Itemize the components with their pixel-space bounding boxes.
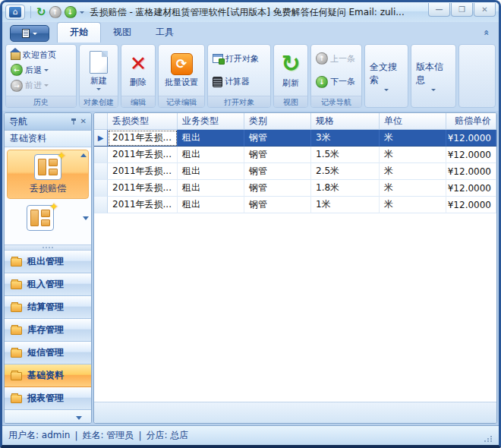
cell-unit[interactable]: 米 xyxy=(380,197,446,213)
sidebar-folder-结算管理[interactable]: 结算管理 xyxy=(5,296,91,319)
folder-label: 租出管理 xyxy=(27,255,64,268)
sidebar-big-item-secondary[interactable]: ✦ xyxy=(7,205,89,231)
close-icon[interactable]: ✕ xyxy=(80,118,87,125)
column-header[interactable]: 规格 xyxy=(311,113,380,130)
fulltext-search-button[interactable]: 全文搜索 xyxy=(365,45,408,107)
cell-loss-type[interactable]: 2011年丢损... xyxy=(108,180,178,197)
next-record-label: 下一条 xyxy=(330,76,355,87)
cell-spec[interactable]: 2.5米 xyxy=(311,163,380,180)
batch-settings-button[interactable]: ⟳ 批量设置 xyxy=(162,46,201,94)
quick-up-button[interactable]: ↑ xyxy=(49,6,61,18)
minimize-button[interactable]: — xyxy=(428,3,450,17)
tab-tools[interactable]: 工具 xyxy=(143,23,186,43)
cell-unit-price[interactable]: ¥12.0000 xyxy=(446,197,496,213)
maximize-button[interactable]: ❐ xyxy=(451,3,473,17)
sidebar-folder-租入管理[interactable]: 租入管理 xyxy=(5,273,91,296)
sidebar-folder-基础资料[interactable]: 基础资料 xyxy=(5,364,91,387)
open-object-button[interactable]: 打开对象 xyxy=(212,52,266,66)
cell-unit-price[interactable]: ¥12.0000 xyxy=(446,180,496,197)
sidebar-folder-库存管理[interactable]: 库存管理 xyxy=(5,319,91,342)
table-row[interactable]: 2011年丢损... 租出 钢管 1米 米 ¥12.0000 xyxy=(94,197,496,213)
batch-settings-label: 批量设置 xyxy=(165,77,198,88)
calculator-button[interactable]: 计算器 xyxy=(212,74,266,89)
table-row[interactable]: ▶ 2011年丢损... 租出 钢管 3米 米 ¥12.0000 xyxy=(94,130,496,147)
cell-loss-type[interactable]: 2011年丢损... xyxy=(108,147,178,163)
group-label-edit: 编辑 xyxy=(121,96,155,107)
calculator-icon xyxy=(213,77,222,87)
back-button[interactable]: ← 后退 xyxy=(10,63,72,77)
sidebar-splitter[interactable] xyxy=(5,245,91,251)
cell-loss-type[interactable]: 2011年丢损... xyxy=(108,130,178,147)
cell-loss-type[interactable]: 2011年丢损... xyxy=(108,163,178,180)
welcome-home-button[interactable]: 欢迎首页 xyxy=(10,48,72,62)
app-menu-button[interactable] xyxy=(10,25,49,42)
column-header[interactable]: 赔偿单价 xyxy=(446,113,496,130)
cell-category[interactable]: 钢管 xyxy=(244,130,311,147)
collapse-ribbon-icon[interactable]: « xyxy=(481,30,492,36)
scroll-down-icon[interactable] xyxy=(83,216,89,220)
cell-business-type[interactable]: 租出 xyxy=(178,130,244,147)
column-header[interactable]: 类别 xyxy=(244,113,311,130)
tab-view[interactable]: 视图 xyxy=(101,23,143,43)
refresh-button[interactable]: ↻ 刷新 xyxy=(278,46,303,94)
folder-icon xyxy=(11,304,22,312)
cell-business-type[interactable]: 租出 xyxy=(178,147,244,163)
cell-unit-price[interactable]: ¥12.0000 xyxy=(446,147,496,163)
cell-unit[interactable]: 米 xyxy=(380,130,446,147)
cell-spec[interactable]: 1.5米 xyxy=(311,147,380,163)
column-header[interactable]: 单位 xyxy=(380,113,446,130)
cell-business-type[interactable]: 租出 xyxy=(178,163,244,180)
cell-category[interactable]: 钢管 xyxy=(244,180,311,197)
sidebar-folder-报表管理[interactable]: 报表管理 xyxy=(5,387,91,410)
cell-unit[interactable]: 米 xyxy=(380,180,446,197)
ribbon-group-history: 欢迎首页 ← 后退 → 前进 历史 xyxy=(5,44,77,108)
open-object-icon xyxy=(213,54,223,63)
folder-label: 短信管理 xyxy=(27,346,64,359)
home-button[interactable]: ⌂ xyxy=(5,5,25,20)
pin-icon[interactable] xyxy=(70,118,77,125)
cell-spec[interactable]: 1.8米 xyxy=(311,180,380,197)
group-label-create: 对象创建 xyxy=(80,96,118,107)
forward-button[interactable]: → 前进 xyxy=(10,78,72,93)
table-row[interactable]: 2011年丢损... 租出 钢管 1.5米 米 ¥12.0000 xyxy=(94,147,496,163)
sidebar-section-header[interactable]: 基础资料 xyxy=(5,131,91,147)
version-info-button[interactable]: 版本信息 xyxy=(411,45,455,107)
folder-label: 库存管理 xyxy=(27,323,64,336)
app-menu-icon xyxy=(22,29,30,38)
sidebar-item-loss-compensation[interactable]: ✦ 丢损赔偿 xyxy=(7,150,89,199)
quick-access-dropdown-icon[interactable] xyxy=(80,11,84,14)
cell-unit[interactable]: 米 xyxy=(380,147,446,163)
cell-spec[interactable]: 1米 xyxy=(311,197,380,213)
quick-down-button[interactable]: ↓ xyxy=(65,6,77,18)
cell-loss-type[interactable]: 2011年丢损... xyxy=(108,197,178,213)
cell-business-type[interactable]: 租出 xyxy=(178,197,244,213)
resize-grip[interactable] xyxy=(484,436,493,442)
delete-button[interactable]: ✕ 删除 xyxy=(127,46,150,94)
quick-refresh-icon[interactable]: ↻ xyxy=(36,6,46,18)
cell-unit-price[interactable]: ¥12.0000 xyxy=(446,163,496,180)
table-row[interactable]: 2011年丢损... 租出 钢管 1.8米 米 ¥12.0000 xyxy=(94,180,496,197)
cell-category[interactable]: 钢管 xyxy=(244,163,311,180)
cell-business-type[interactable]: 租出 xyxy=(178,180,244,197)
tab-start[interactable]: 开始 xyxy=(57,22,101,43)
down-arrow-icon: ↓ xyxy=(316,76,328,88)
sidebar-folder-租出管理[interactable]: 租出管理 xyxy=(5,251,91,273)
group-label-view: 视图 xyxy=(274,96,307,107)
sidebar-folder-短信管理[interactable]: 短信管理 xyxy=(5,342,91,364)
chevron-down-icon[interactable] xyxy=(76,416,82,420)
next-record-button[interactable]: ↓ 下一条 xyxy=(315,74,358,89)
close-button[interactable]: ✕ xyxy=(474,3,496,17)
cell-category[interactable]: 钢管 xyxy=(244,197,311,213)
column-header[interactable]: 业务类型 xyxy=(178,113,244,130)
cell-unit[interactable]: 米 xyxy=(380,163,446,180)
scroll-up-icon[interactable] xyxy=(80,153,87,157)
table-row[interactable]: 2011年丢损... 租出 钢管 2.5米 米 ¥12.0000 xyxy=(94,163,496,180)
new-button[interactable]: 新建 xyxy=(87,46,111,94)
cell-unit-price[interactable]: ¥12.0000 xyxy=(446,130,496,147)
data-grid-panel: 丢损类型 业务类型 类别 规格 单位 赔偿单价 ▶ 2011年丢损... 租出 … xyxy=(93,112,497,424)
cell-category[interactable]: 钢管 xyxy=(244,147,311,163)
column-header[interactable]: 丢损类型 xyxy=(108,113,178,130)
previous-record-button[interactable]: ↑ 上一条 xyxy=(315,52,358,66)
cell-spec[interactable]: 3米 xyxy=(311,130,380,147)
ribbon-group-version: 版本信息 xyxy=(411,44,456,108)
